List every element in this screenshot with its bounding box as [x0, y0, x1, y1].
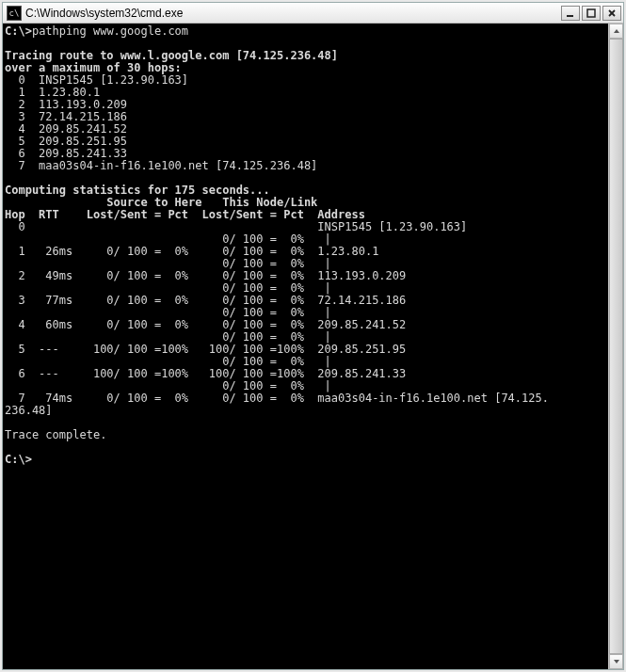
svg-marker-5 — [614, 660, 619, 664]
close-button[interactable] — [602, 6, 621, 21]
scroll-up-arrow[interactable] — [609, 24, 623, 39]
titlebar[interactable]: c\ C:\Windows\system32\cmd.exe — [3, 3, 623, 24]
minimize-button[interactable] — [561, 6, 580, 21]
scroll-track[interactable] — [609, 39, 623, 654]
chevron-down-icon — [613, 658, 620, 665]
terminal-area: C:\>pathping www.google.com Tracing rout… — [3, 24, 623, 669]
vertical-scrollbar[interactable] — [608, 24, 623, 669]
chevron-up-icon — [613, 27, 620, 35]
cmd-icon: c\ — [7, 6, 22, 21]
svg-marker-4 — [614, 29, 619, 33]
terminal-output[interactable]: C:\>pathping www.google.com Tracing rout… — [3, 24, 608, 669]
svg-rect-1 — [587, 9, 595, 17]
scroll-down-arrow[interactable] — [609, 654, 623, 669]
window-buttons — [561, 6, 621, 21]
scroll-thumb[interactable] — [609, 39, 623, 654]
window-title: C:\Windows\system32\cmd.exe — [25, 7, 557, 20]
close-icon — [607, 8, 617, 18]
cmd-window: c\ C:\Windows\system32\cmd.exe C:\>pathp… — [2, 2, 624, 670]
maximize-button[interactable] — [582, 6, 601, 21]
minimize-icon — [566, 8, 575, 18]
maximize-icon — [586, 8, 596, 18]
